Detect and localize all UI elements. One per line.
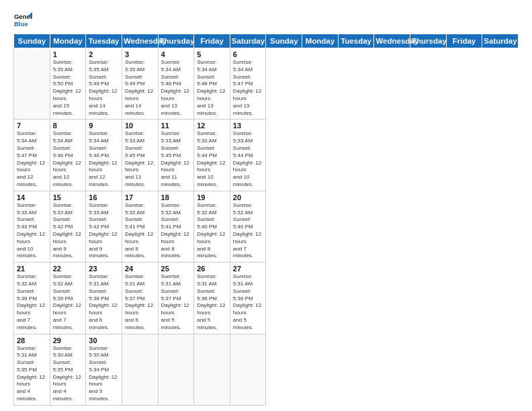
header-row: SundayMondayTuesdayWednesdayThursdayFrid…: [14, 34, 519, 48]
col-header-wednesday: Wednesday: [374, 34, 410, 48]
calendar-cell: 21Sunrise: 5:32 AM Sunset: 5:39 PM Dayli…: [14, 263, 50, 334]
calendar-cell: [158, 334, 194, 405]
calendar-cell: 24Sunrise: 5:31 AM Sunset: 5:37 PM Dayli…: [122, 263, 158, 334]
col-header-tuesday: Tuesday: [338, 34, 374, 48]
day-info: Sunrise: 5:31 AM Sunset: 5:38 PM Dayligh…: [89, 273, 119, 331]
day-number: 10: [125, 122, 155, 130]
day-info: Sunrise: 5:33 AM Sunset: 5:42 PM Dayligh…: [53, 202, 83, 260]
day-info: Sunrise: 5:35 AM Sunset: 5:49 PM Dayligh…: [125, 59, 155, 117]
day-header-friday: Friday: [194, 34, 230, 48]
calendar-cell: 27Sunrise: 5:31 AM Sunset: 5:36 PM Dayli…: [230, 263, 266, 334]
day-info: Sunrise: 5:32 AM Sunset: 5:39 PM Dayligh…: [17, 273, 47, 331]
day-info: Sunrise: 5:32 AM Sunset: 5:41 PM Dayligh…: [161, 202, 191, 260]
week-row-4: 21Sunrise: 5:32 AM Sunset: 5:39 PM Dayli…: [14, 263, 519, 334]
day-info: Sunrise: 5:32 AM Sunset: 5:39 PM Dayligh…: [53, 273, 83, 331]
calendar-cell: 7Sunrise: 5:34 AM Sunset: 5:47 PM Daylig…: [14, 120, 50, 191]
calendar-cell: 22Sunrise: 5:32 AM Sunset: 5:39 PM Dayli…: [50, 263, 86, 334]
calendar-cell: 17Sunrise: 5:32 AM Sunset: 5:41 PM Dayli…: [122, 191, 158, 262]
calendar-cell: 8Sunrise: 5:34 AM Sunset: 5:46 PM Daylig…: [50, 120, 86, 191]
calendar-cell: [14, 48, 50, 120]
calendar-cell: 2Sunrise: 5:35 AM Sunset: 5:49 PM Daylig…: [86, 48, 122, 120]
day-info: Sunrise: 5:34 AM Sunset: 5:48 PM Dayligh…: [197, 59, 227, 117]
day-info: Sunrise: 5:34 AM Sunset: 5:46 PM Dayligh…: [89, 130, 119, 188]
day-number: 15: [53, 193, 83, 201]
header: General Blue: [13, 11, 519, 30]
day-header-monday: Monday: [50, 34, 86, 48]
day-number: 30: [89, 336, 119, 345]
calendar-cell: 30Sunrise: 5:30 AM Sunset: 5:34 PM Dayli…: [86, 334, 122, 405]
logo-icon: General Blue: [13, 11, 32, 30]
day-info: Sunrise: 5:31 AM Sunset: 5:36 PM Dayligh…: [197, 273, 227, 331]
calendar-cell: 23Sunrise: 5:31 AM Sunset: 5:38 PM Dayli…: [86, 263, 122, 334]
day-number: 8: [53, 122, 83, 130]
calendar-cell: 10Sunrise: 5:33 AM Sunset: 5:45 PM Dayli…: [122, 120, 158, 191]
day-number: 17: [125, 193, 155, 201]
day-info: Sunrise: 5:33 AM Sunset: 5:45 PM Dayligh…: [161, 130, 191, 188]
day-info: Sunrise: 5:32 AM Sunset: 5:40 PM Dayligh…: [197, 202, 227, 260]
day-info: Sunrise: 5:33 AM Sunset: 5:42 PM Dayligh…: [89, 202, 119, 260]
day-info: Sunrise: 5:31 AM Sunset: 5:35 PM Dayligh…: [17, 345, 47, 403]
calendar-cell: [194, 334, 230, 405]
day-number: 18: [161, 193, 191, 201]
calendar-cell: [122, 334, 158, 405]
col-header-thursday: Thursday: [410, 34, 447, 48]
col-header-saturday: Saturday: [482, 34, 519, 48]
day-number: 23: [89, 265, 119, 273]
calendar-cell: 4Sunrise: 5:34 AM Sunset: 5:48 PM Daylig…: [158, 48, 194, 120]
week-row-3: 14Sunrise: 5:33 AM Sunset: 5:43 PM Dayli…: [14, 191, 519, 262]
day-info: Sunrise: 5:32 AM Sunset: 5:40 PM Dayligh…: [233, 202, 263, 260]
day-number: 7: [17, 122, 47, 130]
day-info: Sunrise: 5:34 AM Sunset: 5:47 PM Dayligh…: [233, 59, 263, 117]
week-row-2: 7Sunrise: 5:34 AM Sunset: 5:47 PM Daylig…: [14, 120, 519, 191]
day-number: 28: [17, 336, 47, 345]
svg-text:Blue: Blue: [14, 20, 28, 28]
calendar-cell: 3Sunrise: 5:35 AM Sunset: 5:49 PM Daylig…: [122, 48, 158, 120]
col-header-friday: Friday: [446, 34, 482, 48]
calendar-cell: 19Sunrise: 5:32 AM Sunset: 5:40 PM Dayli…: [194, 191, 230, 262]
day-header-sunday: Sunday: [14, 34, 50, 48]
calendar-cell: 6Sunrise: 5:34 AM Sunset: 5:47 PM Daylig…: [230, 48, 266, 120]
calendar-cell: 26Sunrise: 5:31 AM Sunset: 5:36 PM Dayli…: [194, 263, 230, 334]
day-number: 27: [233, 265, 263, 273]
day-number: 1: [53, 50, 83, 58]
calendar-table: SundayMondayTuesdayWednesdayThursdayFrid…: [13, 34, 519, 406]
day-info: Sunrise: 5:35 AM Sunset: 5:50 PM Dayligh…: [53, 59, 83, 117]
calendar-cell: 15Sunrise: 5:33 AM Sunset: 5:42 PM Dayli…: [50, 191, 86, 262]
day-info: Sunrise: 5:34 AM Sunset: 5:46 PM Dayligh…: [53, 130, 83, 188]
day-number: 29: [53, 336, 83, 345]
day-header-wednesday: Wednesday: [122, 34, 158, 48]
calendar-page: General Blue SundayMondayTuesdayWednesda…: [0, 0, 532, 411]
calendar-cell: 18Sunrise: 5:32 AM Sunset: 5:41 PM Dayli…: [158, 191, 194, 262]
day-header-tuesday: Tuesday: [86, 34, 122, 48]
day-number: 26: [197, 265, 227, 273]
day-number: 13: [233, 122, 263, 130]
day-info: Sunrise: 5:31 AM Sunset: 5:37 PM Dayligh…: [161, 273, 191, 331]
day-number: 5: [197, 50, 227, 58]
day-number: 24: [125, 265, 155, 273]
day-number: 2: [89, 50, 119, 58]
col-header-sunday: Sunday: [266, 34, 302, 48]
week-row-1: 1Sunrise: 5:35 AM Sunset: 5:50 PM Daylig…: [14, 48, 519, 120]
day-info: Sunrise: 5:33 AM Sunset: 5:44 PM Dayligh…: [197, 130, 227, 188]
day-info: Sunrise: 5:34 AM Sunset: 5:48 PM Dayligh…: [161, 59, 191, 117]
day-number: 20: [233, 193, 263, 201]
day-number: 3: [125, 50, 155, 58]
calendar-cell: [230, 334, 266, 405]
calendar-cell: 9Sunrise: 5:34 AM Sunset: 5:46 PM Daylig…: [86, 120, 122, 191]
day-number: 9: [89, 122, 119, 130]
day-header-saturday: Saturday: [230, 34, 266, 48]
col-header-monday: Monday: [302, 34, 339, 48]
calendar-cell: 20Sunrise: 5:32 AM Sunset: 5:40 PM Dayli…: [230, 191, 266, 262]
day-number: 25: [161, 265, 191, 273]
day-info: Sunrise: 5:33 AM Sunset: 5:45 PM Dayligh…: [125, 130, 155, 188]
day-number: 19: [197, 193, 227, 201]
day-info: Sunrise: 5:33 AM Sunset: 5:44 PM Dayligh…: [233, 130, 263, 188]
day-info: Sunrise: 5:31 AM Sunset: 5:36 PM Dayligh…: [233, 273, 263, 331]
day-info: Sunrise: 5:35 AM Sunset: 5:49 PM Dayligh…: [89, 59, 119, 117]
calendar-cell: 1Sunrise: 5:35 AM Sunset: 5:50 PM Daylig…: [50, 48, 86, 120]
calendar-cell: 29Sunrise: 5:30 AM Sunset: 5:35 PM Dayli…: [50, 334, 86, 405]
day-number: 4: [161, 50, 191, 58]
day-number: 11: [161, 122, 191, 130]
day-info: Sunrise: 5:30 AM Sunset: 5:34 PM Dayligh…: [89, 345, 119, 403]
calendar-cell: 16Sunrise: 5:33 AM Sunset: 5:42 PM Dayli…: [86, 191, 122, 262]
